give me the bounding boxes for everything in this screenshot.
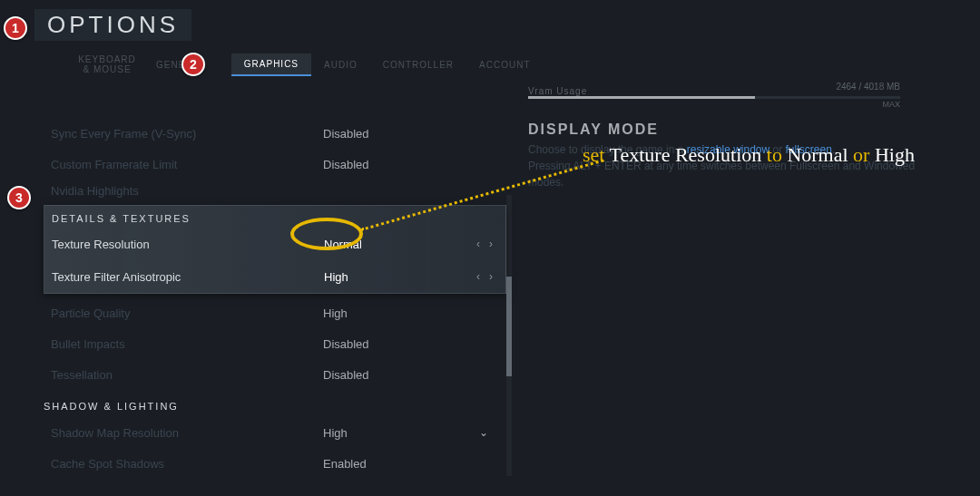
annotation-word: to [767, 143, 782, 166]
chevron-right-icon[interactable]: › [489, 238, 493, 250]
setting-label: Tessellation [51, 368, 323, 382]
setting-value: Disabled [323, 337, 369, 351]
vram-max-label: MAX [882, 100, 900, 109]
details-textures-section: DETAILS & TEXTURES Texture Resolution No… [44, 205, 506, 294]
chevron-down-icon[interactable]: ⌄ [479, 426, 488, 439]
arrow-controls: ‹ › [476, 270, 493, 283]
setting-label: Bullet Impacts [51, 337, 323, 351]
setting-cache-spot[interactable]: Cache Spot Shadows Enabled [44, 448, 506, 479]
setting-bullet-impacts[interactable]: Bullet Impacts Disabled [44, 328, 506, 359]
setting-particle-quality[interactable]: Particle Quality High [44, 297, 506, 328]
tab-keyboard-mouse[interactable]: KEYBOARD & MOUSE [71, 53, 143, 76]
setting-sync-every-frame[interactable]: Sync Every Frame (V-Sync) Disabled [44, 118, 506, 149]
arrow-controls: ‹ › [476, 238, 493, 250]
setting-value: Disabled [323, 368, 369, 382]
vram-fill [528, 96, 755, 99]
annotation-badge-3: 3 [7, 186, 31, 209]
setting-nvidia-highlights[interactable]: Nvidia Highlights [44, 180, 506, 201]
setting-texture-filter[interactable]: Texture Filter Anisotropic High ‹ › [44, 260, 505, 293]
setting-custom-framerate[interactable]: Custom Framerate Limit Disabled [44, 149, 506, 180]
setting-label: Texture Resolution [52, 238, 324, 251]
page-title: OPTIONS [47, 11, 179, 39]
annotation-word: Texture Resolution [610, 143, 762, 166]
tab-graphics[interactable]: GRAPHICS [231, 53, 311, 76]
setting-value: High [323, 306, 348, 320]
annotation-word: or [853, 143, 869, 166]
setting-label: Texture Filter Anisotropic [52, 270, 324, 284]
setting-value: High [324, 270, 348, 284]
tab-controller[interactable]: CONTROLLER [370, 54, 466, 75]
setting-shadow-map[interactable]: Shadow Map Resolution High ⌄ [44, 417, 506, 448]
chevron-left-icon[interactable]: ‹ [476, 238, 480, 250]
chevron-left-icon[interactable]: ‹ [476, 270, 480, 283]
display-mode-title: DISPLAY MODE [528, 122, 659, 138]
setting-label: Shadow Map Resolution [51, 426, 323, 440]
annotation-badge-2: 2 [181, 53, 205, 76]
vram-value: 2464 / 4018 MB [836, 82, 900, 92]
setting-value: Disabled [323, 127, 369, 141]
tab-account[interactable]: ACCOUNT [466, 54, 543, 75]
scrollbar-track[interactable] [506, 195, 512, 476]
annotation-badge-1: 1 [4, 16, 27, 40]
scrollbar-thumb[interactable] [506, 277, 512, 376]
info-panel: Vram Usage 2464 / 4018 MB MAX DISPLAY MO… [528, 82, 927, 98]
setting-label: Sync Every Frame (V-Sync) [51, 127, 323, 141]
annotation-word: High [875, 143, 915, 166]
section-header: SHADOW & LIGHTING [44, 394, 506, 417]
annotation-word: Normal [787, 143, 848, 166]
setting-value: High [323, 426, 348, 440]
setting-label: Nvidia Highlights [51, 184, 323, 198]
tab-audio[interactable]: AUDIO [311, 54, 370, 75]
setting-texture-resolution[interactable]: Texture Resolution Normal ‹ › [44, 228, 505, 260]
tabs-container: KEYBOARD & MOUSE GENERAL GRAPHICS AUDIO … [71, 53, 544, 76]
setting-label: Custom Framerate Limit [51, 158, 323, 171]
title-bar: OPTIONS [34, 9, 191, 41]
setting-label: Particle Quality [51, 306, 323, 320]
vram-label: Vram Usage [528, 86, 587, 96]
vram-bar [528, 96, 900, 99]
setting-value: Disabled [323, 158, 369, 171]
settings-panel: Sync Every Frame (V-Sync) Disabled Custo… [44, 118, 506, 479]
setting-tessellation[interactable]: Tessellation Disabled [44, 359, 506, 390]
annotation-oval [290, 218, 363, 250]
annotation-callout: set Texture Resolution to Normal or High [583, 143, 915, 167]
setting-value: Enabled [323, 457, 367, 471]
chevron-right-icon[interactable]: › [489, 270, 493, 283]
setting-label: Cache Spot Shadows [51, 457, 323, 471]
